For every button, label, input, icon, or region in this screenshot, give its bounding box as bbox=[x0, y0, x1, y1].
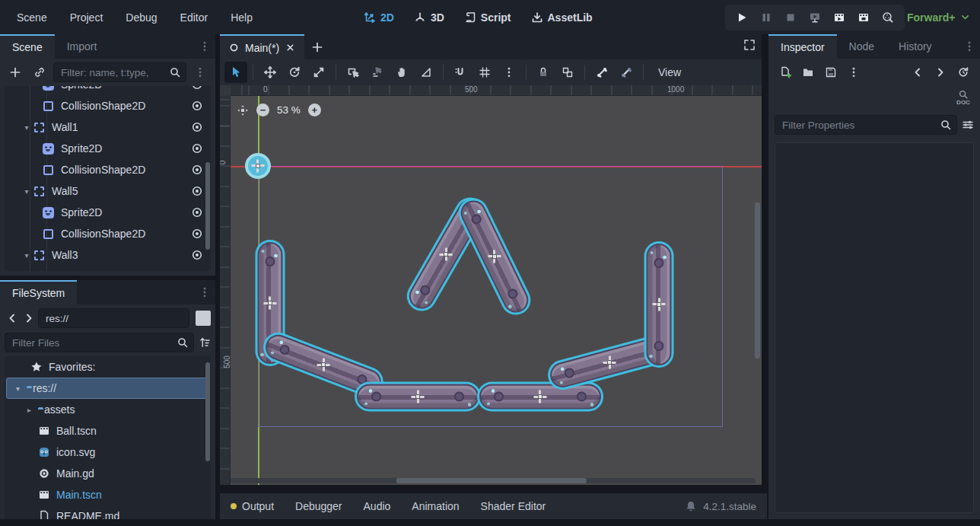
2d-canvas[interactable]: 05001000 0500 − 53 % + bbox=[220, 85, 762, 485]
audio-button[interactable]: Audio bbox=[364, 500, 391, 512]
scene-filter-input[interactable] bbox=[53, 62, 186, 82]
tree-row[interactable]: CollisionShape2D bbox=[5, 95, 211, 116]
move-gizmo[interactable] bbox=[317, 359, 330, 371]
object-history-button[interactable] bbox=[953, 62, 974, 82]
visibility-eye-icon[interactable] bbox=[191, 185, 203, 197]
play-scene-button[interactable] bbox=[829, 7, 850, 28]
rotate-mode-button[interactable] bbox=[283, 62, 306, 83]
skeleton-bone-button[interactable] bbox=[590, 62, 613, 83]
visibility-eye-icon[interactable] bbox=[191, 206, 203, 218]
fs-row-assets[interactable]: ▸ assets bbox=[5, 399, 211, 420]
tree-row[interactable]: CollisionShape2D bbox=[5, 223, 211, 244]
tree-row[interactable]: ▾ Wall3 bbox=[5, 244, 211, 266]
scene-dock-menu-icon[interactable] bbox=[199, 40, 211, 53]
history-forward-button[interactable] bbox=[930, 62, 951, 82]
view-menu[interactable]: View bbox=[649, 66, 690, 78]
menu-project[interactable]: Project bbox=[61, 8, 113, 27]
close-icon[interactable] bbox=[285, 43, 295, 53]
select-mode-button[interactable] bbox=[224, 62, 247, 83]
move-gizmo[interactable] bbox=[252, 160, 265, 173]
tree-row[interactable]: Sprite2D bbox=[5, 86, 211, 95]
distraction-free-icon[interactable] bbox=[743, 39, 756, 51]
favorites-row[interactable]: Favorites: bbox=[5, 356, 211, 378]
fs-row-icon-svg[interactable]: icon.svg bbox=[5, 442, 211, 463]
load-resource-button[interactable] bbox=[797, 62, 819, 82]
visibility-eye-icon[interactable] bbox=[191, 249, 203, 261]
switch-script-button[interactable]: Script bbox=[464, 11, 511, 24]
pause-button[interactable] bbox=[756, 7, 777, 28]
zoom-in-button[interactable]: + bbox=[308, 104, 321, 116]
new-resource-button[interactable] bbox=[775, 62, 796, 82]
output-button[interactable]: Output bbox=[231, 500, 274, 512]
ruler-mode-button[interactable] bbox=[415, 62, 438, 83]
movie-maker-button[interactable] bbox=[877, 7, 899, 28]
fs-sort-button[interactable] bbox=[199, 336, 211, 349]
switch-assetlib-button[interactable]: AssetLib bbox=[531, 11, 593, 24]
zoom-level[interactable]: 53 % bbox=[277, 104, 301, 116]
fs-split-mode-button[interactable] bbox=[196, 311, 211, 326]
pivot-select-button[interactable] bbox=[366, 62, 389, 83]
center-view-icon[interactable] bbox=[237, 104, 249, 116]
scene-tab-main[interactable]: Main(*) bbox=[220, 34, 304, 59]
tab-scene[interactable]: Scene bbox=[0, 34, 55, 59]
fs-scrollbar[interactable] bbox=[205, 362, 210, 461]
instance-scene-button[interactable] bbox=[29, 62, 50, 82]
menu-editor[interactable]: Editor bbox=[171, 8, 218, 27]
visibility-eye-icon[interactable] bbox=[191, 100, 203, 112]
tree-row[interactable]: CollisionShape2D bbox=[5, 159, 211, 180]
move-gizmo[interactable] bbox=[603, 356, 616, 369]
history-back-button[interactable] bbox=[907, 62, 928, 82]
move-gizmo[interactable] bbox=[488, 250, 501, 263]
tab-filesystem[interactable]: FileSystem bbox=[0, 280, 77, 304]
renderer-dropdown[interactable]: Forward+ bbox=[907, 0, 970, 34]
resource-options-icon[interactable] bbox=[843, 62, 864, 82]
tree-row[interactable]: Sprite2D bbox=[5, 266, 211, 271]
new-scene-tab-button[interactable] bbox=[304, 34, 330, 59]
canvas-hscrollbar[interactable] bbox=[231, 478, 756, 483]
tree-row[interactable]: Sprite2D bbox=[5, 138, 211, 159]
remote-debug-icon[interactable] bbox=[804, 7, 826, 28]
move-gizmo[interactable] bbox=[653, 298, 666, 311]
debugger-button[interactable]: Debugger bbox=[295, 500, 342, 512]
collapse-arrow-icon[interactable]: ▾ bbox=[21, 123, 32, 132]
filesystem-menu-icon[interactable] bbox=[199, 286, 211, 298]
tab-history[interactable]: History bbox=[886, 34, 944, 59]
move-mode-button[interactable] bbox=[259, 62, 282, 83]
open-docs-button[interactable]: DOC bbox=[953, 89, 974, 110]
list-select-button[interactable] bbox=[342, 62, 364, 83]
group-node-button[interactable] bbox=[556, 62, 579, 83]
animation-button[interactable]: Animation bbox=[412, 500, 459, 512]
menu-scene[interactable]: Scene bbox=[8, 8, 56, 27]
scale-mode-button[interactable] bbox=[307, 62, 330, 83]
snap-options-icon[interactable] bbox=[498, 62, 520, 83]
move-gizmo[interactable] bbox=[412, 391, 425, 403]
visibility-eye-icon[interactable] bbox=[191, 142, 203, 155]
scene-tree-scrollbar[interactable] bbox=[205, 162, 210, 250]
fs-row-main-gd[interactable]: Main.gd bbox=[5, 463, 211, 484]
stop-button[interactable] bbox=[780, 7, 801, 28]
tab-node[interactable]: Node bbox=[837, 34, 886, 59]
fs-back-button[interactable] bbox=[5, 308, 20, 328]
visibility-eye-icon[interactable] bbox=[191, 164, 203, 176]
smart-snap-button[interactable] bbox=[449, 62, 472, 83]
visibility-eye-icon[interactable] bbox=[191, 228, 203, 240]
lock-node-button[interactable] bbox=[532, 62, 555, 83]
switch-2d-button[interactable]: 2D bbox=[364, 11, 394, 24]
menu-help[interactable]: Help bbox=[221, 8, 262, 27]
play-button[interactable] bbox=[731, 7, 752, 28]
play-custom-scene-button[interactable] bbox=[853, 7, 874, 28]
collapse-arrow-icon[interactable]: ▾ bbox=[21, 187, 32, 196]
skeleton-options-button[interactable] bbox=[615, 62, 638, 83]
tree-row[interactable]: ▾ Wall5 bbox=[5, 180, 211, 202]
shader-editor-button[interactable]: Shader Editor bbox=[481, 500, 546, 512]
inspector-tune-icon[interactable] bbox=[962, 119, 974, 131]
fs-forward-button[interactable] bbox=[21, 308, 37, 328]
pan-mode-button[interactable] bbox=[390, 62, 413, 83]
switch-3d-button[interactable]: 3D bbox=[414, 11, 444, 24]
tree-row[interactable]: ▾ Wall1 bbox=[5, 116, 211, 138]
fs-path-input[interactable] bbox=[38, 308, 189, 328]
visibility-eye-icon[interactable] bbox=[191, 86, 203, 91]
inspector-menu-icon[interactable] bbox=[963, 40, 975, 53]
inspector-filter-input[interactable] bbox=[775, 115, 957, 135]
menu-debug[interactable]: Debug bbox=[116, 8, 166, 27]
